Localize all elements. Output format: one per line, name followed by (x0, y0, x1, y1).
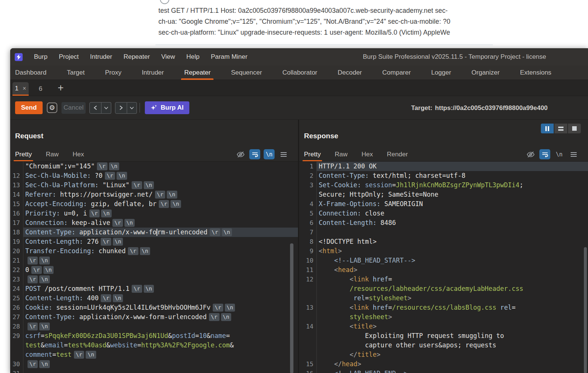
burp-ai-button[interactable]: Burp AI (145, 101, 189, 114)
single-panel-icon[interactable] (568, 124, 581, 133)
line-content[interactable]: <html> (316, 246, 588, 256)
editor-line[interactable]: 20Transfer-Encoding: chunked\r\n (10, 246, 298, 256)
editor-line[interactable]: capture other users&apos; requests (299, 341, 588, 350)
editor-line[interactable]: 28\r\n (10, 322, 298, 331)
line-content[interactable]: </title> (316, 350, 588, 359)
editor-line[interactable]: 9<html> (299, 246, 588, 256)
editor-line[interactable]: 6Content-Length: 8486 (299, 218, 588, 228)
history-back-button[interactable] (89, 102, 101, 114)
editor-line[interactable]: test&email=test%40asd&website=http%3A%2F… (10, 341, 298, 350)
line-content[interactable]: <!--LAB_HEAD_END--> (316, 369, 588, 373)
editor-line[interactable]: 4X-Frame-Options: SAMEORIGIN (299, 199, 588, 209)
line-content[interactable]: <link href= (316, 275, 588, 284)
editor-line[interactable]: 11 <head> (299, 265, 588, 275)
request-tab-pretty[interactable]: Pretty (15, 148, 32, 161)
tab-comparer[interactable]: Comparer (382, 66, 411, 79)
line-content[interactable]: Referer: https://portswigger.net/\r\n (23, 190, 298, 199)
line-content[interactable]: X-Frame-Options: SAMEORIGIN (316, 199, 588, 209)
editor-line[interactable]: /resources/labheader/css/academyLabHeade… (299, 284, 588, 294)
menu-view[interactable]: View (161, 53, 175, 61)
line-content[interactable]: Content-Length: 400\r\n (23, 294, 298, 303)
editor-line[interactable]: 14 <title> (299, 322, 588, 331)
line-content[interactable]: capture other users&apos; requests (316, 341, 588, 350)
line-content[interactable]: Set-Cookie: session=Jh1lRjnkCnMoBZsgrZPy… (316, 180, 588, 190)
editor-line[interactable]: 1HTTP/1.1 200 OK (299, 162, 588, 171)
editor-line[interactable]: comment=test\r\n (10, 350, 298, 359)
editor-line[interactable]: 14Referer: https://portswigger.net/\r\n (10, 190, 298, 199)
editor-line[interactable]: 15 </head> (299, 359, 588, 369)
editor-line[interactable]: 220\r\n (10, 265, 298, 275)
line-content[interactable]: <head> (316, 265, 588, 275)
editor-line[interactable]: 24POST /post/comment HTTP/1.1\r\n (10, 284, 298, 294)
repeater-tab-6[interactable]: 6 (31, 82, 50, 96)
repeater-tab-1[interactable]: 1× (12, 82, 29, 96)
line-content[interactable]: Content-Type: text/html; charset=utf-8 (316, 171, 588, 180)
editor-line[interactable]: 10 <!--LAB_HEAD_START--> (299, 256, 588, 265)
editor-line[interactable]: 19Content-Length: 276\r\n (10, 237, 298, 246)
editor-line[interactable]: "Chromium";v="145"\r\n (10, 162, 298, 171)
line-content[interactable]: HTTP/1.1 200 OK (316, 162, 588, 171)
tab-intruder[interactable]: Intruder (142, 66, 164, 79)
line-content[interactable]: stylesheet> (316, 312, 588, 322)
menu-intruder[interactable]: Intruder (90, 53, 112, 61)
line-content[interactable]: \r\n (23, 322, 298, 331)
editor-line[interactable]: 3Set-Cookie: session=Jh1lRjnkCnMoBZsgrZP… (299, 180, 588, 190)
line-content[interactable]: Transfer-Encoding: chunked\r\n (23, 246, 298, 256)
line-content[interactable]: csrf=sPqqkeFx00D6zzDa3U01SPBw3aj6N1Ud&po… (23, 331, 298, 341)
response-tab-hex[interactable]: Hex (361, 148, 373, 161)
editor-line[interactable]: 29csrf=sPqqkeFx00D6zzDa3U01SPBw3aj6N1Ud&… (10, 331, 298, 341)
tab-target[interactable]: Target (67, 66, 84, 79)
line-content[interactable]: Connection: keep-alive\r\n (23, 218, 298, 228)
tab-organizer[interactable]: Organizer (471, 66, 500, 79)
response-tab-pretty[interactable]: Pretty (304, 148, 321, 161)
line-content[interactable]: </head> (316, 359, 588, 369)
line-content[interactable]: comment=test\r\n (23, 350, 298, 359)
editor-line[interactable]: 30\r\n (10, 359, 298, 369)
horizontal-split-icon[interactable] (554, 124, 567, 133)
line-content[interactable]: Content-Type: application/x-www-form-url… (23, 312, 298, 322)
editor-line[interactable]: 2Content-Type: text/html; charset=utf-8 (299, 171, 588, 180)
editor-line[interactable]: 23\r\n (10, 275, 298, 284)
line-content[interactable]: rel=stylesheet> (316, 294, 588, 303)
line-content[interactable]: <title> (316, 322, 588, 331)
editor-line[interactable]: 25Content-Length: 400\r\n (10, 294, 298, 303)
request-scrollbar[interactable] (290, 243, 293, 373)
tab-dashboard[interactable]: Dashboard (15, 66, 46, 79)
history-forward-button[interactable] (115, 102, 127, 114)
tab-proxy[interactable]: Proxy (105, 66, 121, 79)
editor-line[interactable]: 15Accept-Encoding: gzip, deflate, br\r\n (10, 199, 298, 209)
tab-collaborator[interactable]: Collaborator (282, 66, 318, 79)
line-content[interactable] (23, 369, 298, 373)
menu-param-miner[interactable]: Param Miner (211, 53, 247, 61)
line-content[interactable]: /resources/labheader/css/academyLabHeade… (316, 284, 588, 294)
line-content[interactable]: "Chromium";v="145"\r\n (23, 162, 298, 171)
tab-sequencer[interactable]: Sequencer (231, 66, 262, 79)
line-content[interactable]: Cookie: session=LUrk4qKy5s2Ll4IL6wt9bHvb… (23, 303, 298, 312)
tab-extensions[interactable]: Extensions (520, 66, 551, 79)
editor-line[interactable]: 5Connection: close (299, 209, 588, 218)
line-content[interactable]: \r\n (23, 256, 298, 265)
editor-menu-icon[interactable] (568, 149, 579, 159)
editor-line[interactable]: 12 <link href= (299, 275, 588, 284)
editor-line[interactable]: 21\r\n (10, 256, 298, 265)
editor-line[interactable]: 18Content-Type: application/x-www-form-u… (10, 228, 298, 237)
cancel-button[interactable]: Cancel (61, 102, 86, 114)
response-tab-raw[interactable]: Raw (335, 148, 347, 161)
editor-line[interactable]: 26Cookie: session=LUrk4qKy5s2Ll4IL6wt9bH… (10, 303, 298, 312)
line-content[interactable]: Exploiting HTTP request smuggling to (316, 331, 588, 341)
hide-nonprintable-icon[interactable] (235, 149, 246, 159)
gear-icon[interactable]: ⚙ (47, 102, 57, 113)
line-content[interactable]: 0\r\n (23, 265, 298, 275)
menu-repeater[interactable]: Repeater (123, 53, 150, 61)
line-content[interactable]: Accept-Encoding: gzip, deflate, br\r\n (23, 199, 298, 209)
editor-line[interactable]: 12Sec-Ch-Ua-Mobile: ?0\r\n (10, 171, 298, 180)
line-content[interactable] (316, 228, 588, 237)
response-tab-render[interactable]: Render (387, 148, 408, 161)
editor-line[interactable]: 7 (299, 228, 588, 237)
editor-line[interactable]: 27Content-Type: application/x-www-form-u… (10, 312, 298, 322)
line-content[interactable]: \r\n (23, 359, 298, 369)
menu-help[interactable]: Help (186, 53, 200, 61)
editor-line[interactable]: 13Sec-Ch-Ua-Platform: "Linux"\r\n (10, 180, 298, 190)
editor-line[interactable]: Exploiting HTTP request smuggling to (299, 331, 588, 341)
tab-repeater[interactable]: Repeater (184, 66, 210, 79)
